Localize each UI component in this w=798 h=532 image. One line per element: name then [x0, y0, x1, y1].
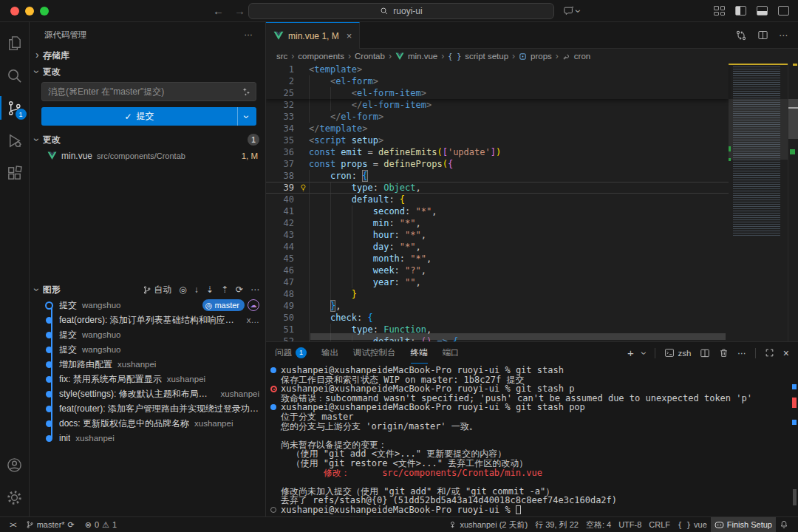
command-decoration-ok[interactable]: [270, 367, 276, 373]
toggle-panel-icon[interactable]: [757, 6, 768, 16]
settings-gear-icon[interactable]: [0, 481, 30, 514]
code-line[interactable]: 46 week: "?",: [266, 265, 729, 276]
target-icon[interactable]: ◎: [179, 284, 186, 295]
code-line[interactable]: 40 default: {: [266, 194, 729, 205]
code-line[interactable]: 35<script setup>: [266, 134, 729, 146]
graph-more-icon[interactable]: ⋯: [250, 284, 259, 295]
panel-tab-终端[interactable]: 终端: [411, 342, 428, 364]
commit-row[interactable]: style(settings): 修改默认主题和布局配置xushanpei: [30, 386, 265, 401]
push-icon[interactable]: ⇡: [221, 284, 228, 295]
split-terminal-icon[interactable]: [700, 348, 710, 358]
customize-layout-icon[interactable]: [714, 6, 725, 16]
code-line[interactable]: 45 month: "*",: [266, 253, 729, 265]
cloud-icon[interactable]: ☁: [248, 299, 259, 311]
changes-section[interactable]: › 更改: [30, 64, 265, 80]
accounts-icon[interactable]: [0, 449, 30, 481]
code-line[interactable]: 41 second: "*",: [266, 205, 729, 217]
overview-ruler[interactable]: [788, 64, 798, 341]
eol-indicator[interactable]: CRLF: [645, 517, 674, 532]
sticky-code-line[interactable]: 25 <el-form-item>: [266, 87, 729, 99]
panel-tab-端口[interactable]: 端口: [443, 342, 460, 364]
commit-message-input[interactable]: [48, 86, 241, 97]
changed-file-row[interactable]: min.vue src/components/Crontab 1, M: [30, 148, 265, 164]
run-debug-icon[interactable]: [0, 124, 30, 157]
refresh-icon[interactable]: ⟳: [236, 284, 243, 295]
toggle-primary-sidebar-icon[interactable]: [735, 6, 746, 16]
blame-indicator[interactable]: xushanpei (2 天前): [445, 517, 531, 532]
panel-tab-问题[interactable]: 问题1: [275, 342, 307, 364]
extensions-icon[interactable]: [0, 157, 30, 189]
maximize-panel-icon[interactable]: [765, 348, 774, 358]
code-line[interactable]: 39 type: Object,: [266, 182, 729, 194]
code-line[interactable]: 47 year: "",: [266, 276, 729, 288]
graph-section-header[interactable]: › 图形 自动 ◎ ↓ ⇣ ⇡ ⟳ ⋯: [30, 282, 265, 298]
code-line[interactable]: 32 </el-form-item>: [266, 99, 729, 111]
terminal-zsh-item[interactable]: zsh: [664, 348, 691, 358]
commit-row[interactable]: feat(router): 添加客户管理路由并实现绕过登录功能…: [30, 401, 265, 416]
panel-more-icon[interactable]: ⋯: [737, 348, 746, 358]
search-sidebar-icon[interactable]: [0, 59, 30, 92]
code-line[interactable]: 49 },: [266, 300, 729, 312]
commit-row[interactable]: 提交wangshuo: [30, 327, 265, 342]
tab-close-icon[interactable]: ×: [347, 30, 352, 41]
encoding-indicator[interactable]: UTF-8: [615, 517, 645, 532]
kill-terminal-trash-icon[interactable]: [719, 348, 729, 358]
close-panel-icon[interactable]: ×: [783, 347, 789, 359]
breadcrumb[interactable]: src› components› Crontab› min.vue› { } s…: [266, 49, 798, 64]
commit-dropdown[interactable]: ›: [237, 107, 256, 126]
pull-icon[interactable]: ⇣: [206, 284, 214, 295]
sticky-code-line[interactable]: 2 <el-form>: [266, 75, 729, 87]
commit-row[interactable]: docs: 更新版权信息中的品牌名称xushanpei: [30, 416, 265, 431]
toggle-secondary-sidebar-icon[interactable]: [778, 6, 789, 16]
cursor-position[interactable]: 行 39, 列 22: [531, 517, 582, 532]
commit-row[interactable]: feat(orders): 添加订单列表基础结构和响应式数据x…: [30, 313, 265, 327]
split-editor-icon[interactable]: [757, 30, 768, 41]
zoom-window-button[interactable]: [40, 7, 49, 16]
code-line[interactable]: 36const emit = defineEmits(['update']): [266, 146, 729, 158]
back-button[interactable]: ←: [213, 4, 224, 17]
code-line[interactable]: 50 check: {: [266, 312, 729, 324]
minimize-window-button[interactable]: [25, 7, 34, 16]
minimap[interactable]: [729, 64, 788, 341]
code-line[interactable]: 43 hour: "*",: [266, 229, 729, 241]
code-line[interactable]: 37const props = defineProps({: [266, 158, 729, 170]
problems-indicator[interactable]: ⊗0 ⚠1: [81, 517, 120, 532]
notifications-bell-icon[interactable]: [776, 517, 792, 532]
vertical-scrollbar[interactable]: [788, 99, 798, 139]
terminal[interactable]: xushanpei@xushanpeideMacBook-Pro ruoyi-u…: [266, 364, 798, 516]
lightbulb-icon[interactable]: [297, 183, 309, 193]
code-editor[interactable]: 1<template>2 <el-form>25 <el-form-item> …: [266, 64, 798, 341]
changes-subsection[interactable]: › 更改 1: [30, 132, 265, 148]
horizontal-scrollbar[interactable]: [310, 333, 726, 340]
commit-row[interactable]: 提交wangshuo: [30, 342, 265, 357]
code-line[interactable]: 44 day: "*",: [266, 241, 729, 253]
language-mode[interactable]: { } vue: [674, 517, 711, 532]
fetch-icon[interactable]: ↓: [194, 284, 199, 295]
close-window-button[interactable]: [10, 7, 19, 16]
code-line[interactable]: 42 min: "*",: [266, 217, 729, 229]
commit-button[interactable]: ✓提交 ›: [41, 107, 256, 126]
sidebar-more-icon[interactable]: ⋯: [245, 30, 254, 40]
command-decoration-pend[interactable]: [270, 507, 276, 513]
branch-indicator[interactable]: master* ⟳: [22, 517, 78, 532]
indentation-indicator[interactable]: 空格: 4: [582, 517, 615, 532]
command-center-search[interactable]: ruoyi-ui: [248, 3, 554, 19]
copilot-menu[interactable]: ›: [563, 5, 581, 16]
auto-repo-toggle[interactable]: 自动: [143, 284, 171, 296]
terminal-scrollbar[interactable]: [793, 489, 797, 505]
chevron-down-icon[interactable]: ›: [639, 351, 649, 355]
new-terminal-icon[interactable]: +: [627, 347, 634, 359]
branch-ref-badge[interactable]: ◎master: [202, 299, 245, 311]
panel-tab-调试控制台[interactable]: 调试控制台: [353, 342, 396, 364]
source-control-icon[interactable]: 1: [0, 92, 30, 124]
remote-indicator[interactable]: ><: [6, 517, 19, 532]
code-line[interactable]: 48 }: [266, 288, 729, 300]
panel-tab-输出[interactable]: 输出: [321, 342, 338, 364]
command-decoration-err[interactable]: [270, 386, 277, 392]
repositories-section[interactable]: › 存储库: [30, 47, 265, 64]
explorer-icon[interactable]: [0, 27, 30, 59]
command-decoration-ok[interactable]: [270, 404, 276, 410]
commit-row[interactable]: fix: 禁用系统布局配置显示xushanpei: [30, 372, 265, 386]
code-line[interactable]: 38 cron: {: [266, 170, 729, 182]
finish-setup-item[interactable]: Finish Setup: [711, 517, 776, 532]
